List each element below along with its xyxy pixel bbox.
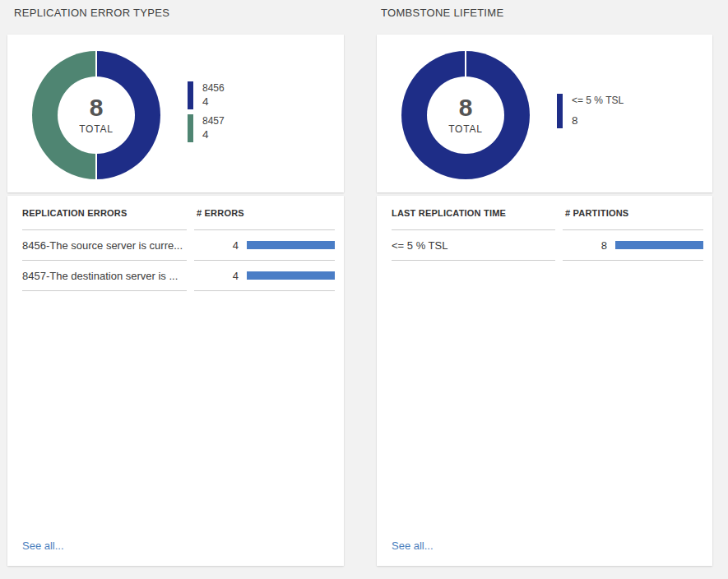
column-header-label: # ERRORS bbox=[197, 208, 244, 218]
see-all-link[interactable]: See all... bbox=[392, 540, 434, 552]
row-value: 4 bbox=[194, 239, 239, 252]
table: LAST REPLICATION TIME # PARTITIONS <= 5 … bbox=[377, 196, 712, 261]
row-label: 8457-The destination server is ... bbox=[22, 270, 178, 282]
table-row-tsl[interactable]: <= 5 % TSL 8 bbox=[392, 230, 703, 261]
value-bar bbox=[247, 271, 335, 280]
row-label-cell: <= 5 % TSL bbox=[392, 230, 555, 261]
table-row-8457[interactable]: 8457-The destination server is ... 4 bbox=[22, 261, 335, 291]
row-value-cell: 4 bbox=[194, 230, 335, 261]
donut-center: 8 TOTAL bbox=[427, 76, 504, 154]
row-value: 8 bbox=[563, 239, 607, 252]
tombstone-lifetime-chart-card: 8 TOTAL <= 5 % TSL 8 bbox=[377, 35, 712, 192]
row-value: 4 bbox=[194, 270, 239, 282]
legend-label: 8456 bbox=[202, 81, 225, 95]
column-header-label: REPLICATION ERRORS bbox=[22, 208, 127, 218]
panel-title-replication-error-types: REPLICATION ERROR TYPES bbox=[14, 7, 169, 19]
replication-error-types-chart-card: 8 TOTAL 8456 4 8457 4 bbox=[7, 35, 344, 192]
donut-total-label: TOTAL bbox=[448, 123, 483, 135]
table-header-row: LAST REPLICATION TIME # PARTITIONS bbox=[392, 196, 703, 230]
column-header-num-partitions: # PARTITIONS bbox=[563, 196, 703, 230]
row-label: 8456-The source server is curre... bbox=[22, 239, 183, 252]
last-replication-time-table-card: LAST REPLICATION TIME # PARTITIONS <= 5 … bbox=[377, 196, 712, 566]
column-gutter bbox=[187, 196, 194, 230]
legend-text: 8456 4 bbox=[202, 81, 225, 109]
row-label-cell: 8457-The destination server is ... bbox=[22, 261, 187, 291]
legend-text: <= 5 % TSL 8 bbox=[572, 94, 624, 128]
column-gutter bbox=[555, 196, 563, 230]
legend-swatch-green bbox=[188, 114, 193, 142]
column-header-label: LAST REPLICATION TIME bbox=[392, 208, 506, 218]
row-label-cell: 8456-The source server is curre... bbox=[22, 230, 187, 261]
donut-total-value: 8 bbox=[459, 95, 473, 120]
column-header-label: # PARTITIONS bbox=[565, 208, 628, 218]
value-bar bbox=[247, 241, 335, 249]
legend-label: 8457 bbox=[202, 114, 225, 127]
dashboard-page: REPLICATION ERROR TYPES 8 TOTAL 8456 4 8… bbox=[0, 0, 728, 579]
legend-entry-8457: 8457 4 bbox=[188, 114, 225, 142]
column-gutter bbox=[555, 230, 563, 261]
donut-total-value: 8 bbox=[90, 95, 104, 120]
legend-value: 4 bbox=[202, 127, 225, 142]
legend-value: 8 bbox=[572, 113, 624, 128]
row-value-cell: 8 bbox=[563, 230, 703, 261]
row-value-cell: 4 bbox=[194, 261, 335, 291]
tombstone-lifetime-donut-chart[interactable]: 8 TOTAL bbox=[401, 51, 530, 179]
legend-swatch-navy bbox=[557, 94, 563, 128]
column-header-replication-errors: REPLICATION ERRORS bbox=[22, 196, 187, 230]
panel-title-tombstone-lifetime: TOMBSTONE LIFETIME bbox=[381, 7, 503, 19]
donut-total-label: TOTAL bbox=[79, 123, 114, 135]
column-header-num-errors: # ERRORS bbox=[194, 196, 335, 230]
column-gutter bbox=[187, 261, 194, 291]
value-bar bbox=[615, 241, 703, 249]
legend-entry-8456: 8456 4 bbox=[188, 81, 225, 109]
legend-value: 4 bbox=[202, 95, 225, 109]
legend-text: 8457 4 bbox=[202, 114, 225, 142]
see-all-link[interactable]: See all... bbox=[22, 540, 64, 552]
table-header-row: REPLICATION ERRORS # ERRORS bbox=[22, 196, 335, 230]
chart-legend: 8456 4 8457 4 bbox=[188, 81, 225, 147]
legend-label: <= 5 % TSL bbox=[572, 94, 624, 107]
table-row-8456[interactable]: 8456-The source server is curre... 4 bbox=[22, 230, 335, 261]
column-header-last-replication-time: LAST REPLICATION TIME bbox=[392, 196, 555, 230]
row-label: <= 5 % TSL bbox=[392, 239, 447, 252]
table: REPLICATION ERRORS # ERRORS 8456-The sou… bbox=[7, 196, 344, 291]
replication-errors-table-card: REPLICATION ERRORS # ERRORS 8456-The sou… bbox=[7, 196, 344, 566]
donut-center: 8 TOTAL bbox=[58, 76, 135, 154]
legend-entry-tsl: <= 5 % TSL 8 bbox=[557, 94, 624, 128]
replication-errors-donut-chart[interactable]: 8 TOTAL bbox=[32, 51, 160, 179]
legend-swatch-navy bbox=[188, 81, 193, 109]
chart-legend: <= 5 % TSL 8 bbox=[557, 94, 624, 133]
column-gutter bbox=[187, 230, 194, 261]
